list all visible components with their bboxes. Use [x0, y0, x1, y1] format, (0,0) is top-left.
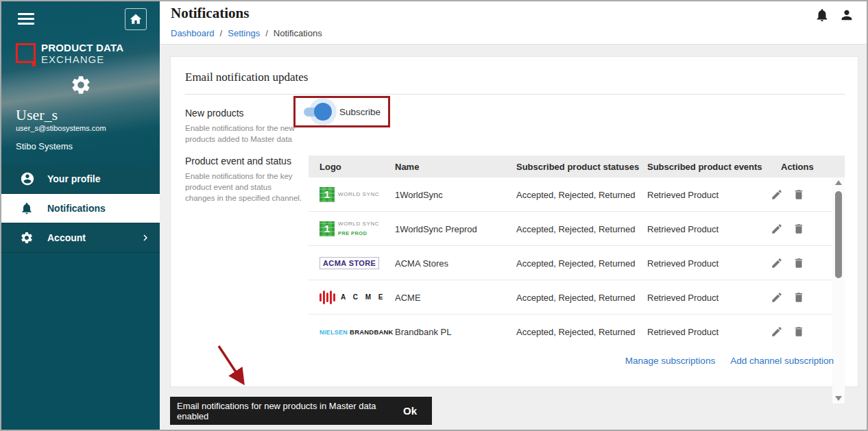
worldsync-mark-icon: 1	[320, 221, 335, 236]
product-event-label: Product event and status	[185, 156, 291, 167]
user-name: User_s	[16, 106, 58, 124]
channel-name: ACMA Stores	[395, 258, 448, 268]
email-notification-card: Email notification updates New products …	[170, 56, 858, 387]
breadcrumb-settings[interactable]: Settings	[228, 28, 260, 38]
logo-text: ACMA STORE	[320, 257, 379, 269]
edit-icon[interactable]	[771, 188, 783, 201]
sidebar-item-label: Notifications	[47, 203, 106, 214]
home-button[interactable]	[125, 8, 147, 30]
sidebar-item-account[interactable]: Account	[1, 223, 160, 253]
subscribed-events: Retrieved Product	[647, 292, 719, 302]
subscribed-events: Retrieved Product	[647, 189, 719, 199]
card-title: Email notification updates	[185, 71, 308, 84]
subscribed-statuses: Accepted, Rejected, Returned	[516, 223, 635, 234]
scroll-up-icon[interactable]	[835, 180, 842, 185]
sidebar: PRODUCT DATA EXCHANGE User_s user_s@stib…	[1, 1, 160, 431]
subscribed-statuses: Accepted, Rejected, Returned	[516, 292, 635, 302]
logo-text: WORLD SYNC	[338, 191, 379, 197]
brand-red-square-icon	[16, 43, 36, 63]
table-row: 1 WORLD SYNC 1WorldSync Accepted, Reject…	[309, 177, 845, 212]
channel-logo-1worldsync-preprod: 1 WORLD SYNC PRE PROD	[320, 221, 388, 237]
channel-name: Brandbank PL	[395, 327, 451, 337]
product-event-description: Enable notifications for the key product…	[185, 171, 303, 204]
app-window: PRODUCT DATA EXCHANGE User_s user_s@stib…	[0, 0, 868, 431]
breadcrumb-dashboard[interactable]: Dashboard	[171, 28, 215, 38]
toggle-knob	[314, 103, 332, 121]
channel-name: 1WorldSync Preprod	[395, 223, 477, 234]
table-row: ACMA STORE ACMA Stores Accepted, Rejecte…	[309, 246, 845, 280]
subscribed-events: Retrieved Product	[647, 223, 719, 234]
column-name: Name	[395, 162, 419, 172]
divider	[185, 94, 845, 95]
worldsync-mark-icon: 1	[320, 187, 335, 202]
bell-icon	[20, 201, 35, 215]
breadcrumb-separator: /	[265, 28, 268, 38]
logo-subtext: PRE PROD	[338, 230, 367, 236]
add-channel-subscription-link[interactable]: Add channel subscription	[730, 356, 834, 366]
acme-bars-icon	[320, 291, 335, 304]
hamburger-menu-icon[interactable]	[18, 13, 34, 27]
delete-icon[interactable]	[793, 325, 805, 338]
table-row: 1 WORLD SYNC PRE PROD 1WorldSync Preprod…	[309, 212, 845, 246]
toggle-label: Subscribe	[339, 107, 381, 117]
notifications-bell-icon[interactable]	[815, 8, 830, 23]
new-products-label: New products	[185, 108, 244, 119]
column-statuses: Subscribed product statuses	[516, 162, 639, 172]
breadcrumb-separator: /	[220, 28, 223, 38]
channel-name: 1WorldSync	[395, 189, 443, 199]
edit-icon[interactable]	[771, 223, 783, 235]
column-logo: Logo	[320, 162, 341, 172]
delete-icon[interactable]	[793, 223, 805, 235]
column-actions: Actions	[781, 162, 814, 172]
scrollbar-thumb[interactable]	[835, 191, 842, 278]
delete-icon[interactable]	[793, 257, 805, 269]
edit-icon[interactable]	[771, 325, 783, 338]
edit-icon[interactable]	[771, 257, 783, 269]
sidebar-nav: Your profile Notifications Account	[1, 164, 160, 253]
breadcrumb-current: Notifications	[274, 28, 322, 38]
table-scrollbar[interactable]	[832, 177, 845, 404]
edit-icon[interactable]	[771, 291, 783, 304]
channel-logo-acma: ACMA STORE	[320, 257, 388, 269]
logo-text: WORLD SYNC	[338, 221, 379, 227]
subscribed-events: Retrieved Product	[647, 258, 719, 268]
delete-icon[interactable]	[793, 291, 805, 304]
gear-icon	[20, 231, 35, 245]
subscribed-events: Retrieved Product	[647, 327, 719, 337]
user-company: Stibo Systems	[16, 141, 73, 151]
scroll-down-icon[interactable]	[835, 396, 842, 401]
toast-notification: Email notifications for new products in …	[170, 397, 432, 425]
delete-icon[interactable]	[793, 188, 805, 201]
new-products-description: Enable notifications for the new product…	[185, 123, 303, 145]
table-row: NIELSEN BRANDBANK Brandbank PL Accepted,…	[309, 315, 845, 349]
chevron-right-icon	[139, 232, 152, 244]
user-profile-icon[interactable]	[839, 8, 854, 23]
subscribed-statuses: Accepted, Rejected, Returned	[516, 258, 635, 268]
sidebar-item-label: Your profile	[47, 173, 101, 184]
sidebar-item-your-profile[interactable]: Your profile	[1, 164, 160, 194]
toast-message: Email notifications for new products in …	[177, 401, 403, 421]
toast-ok-button[interactable]: Ok	[403, 405, 417, 417]
breadcrumb: Dashboard / Settings / Notifications	[171, 28, 322, 38]
channel-name: ACME	[395, 292, 421, 302]
subscriptions-table: Logo Name Subscribed product statuses Su…	[309, 156, 845, 349]
sidebar-item-label: Account	[47, 232, 86, 243]
channel-logo-acme: A C M E	[320, 291, 388, 304]
channel-logo-brandbank: NIELSEN BRANDBANK	[320, 328, 388, 336]
manage-subscriptions-link[interactable]: Manage subscriptions	[625, 356, 715, 366]
page-header: Notifications Dashboard / Settings / Not…	[160, 1, 868, 45]
brand-logo: PRODUCT DATA EXCHANGE	[16, 42, 123, 65]
page-title: Notifications	[171, 5, 249, 22]
brand-line2: EXCHANGE	[41, 53, 123, 65]
settings-gear-icon	[70, 74, 92, 96]
home-icon	[129, 12, 143, 26]
subscribe-toggle[interactable]: Subscribe	[301, 99, 381, 124]
brand-line1: PRODUCT DATA	[41, 42, 123, 53]
subscribed-statuses: Accepted, Rejected, Returned	[516, 327, 635, 337]
sidebar-item-notifications[interactable]: Notifications	[1, 194, 160, 223]
logo-text: NIELSEN	[320, 328, 348, 335]
channel-logo-1worldsync: 1 WORLD SYNC	[320, 187, 388, 202]
user-email: user_s@stibosystems.com	[16, 124, 106, 132]
logo-text: A C M E	[341, 293, 385, 301]
table-row: A C M E ACME Accepted, Rejected, Returne…	[309, 280, 845, 315]
